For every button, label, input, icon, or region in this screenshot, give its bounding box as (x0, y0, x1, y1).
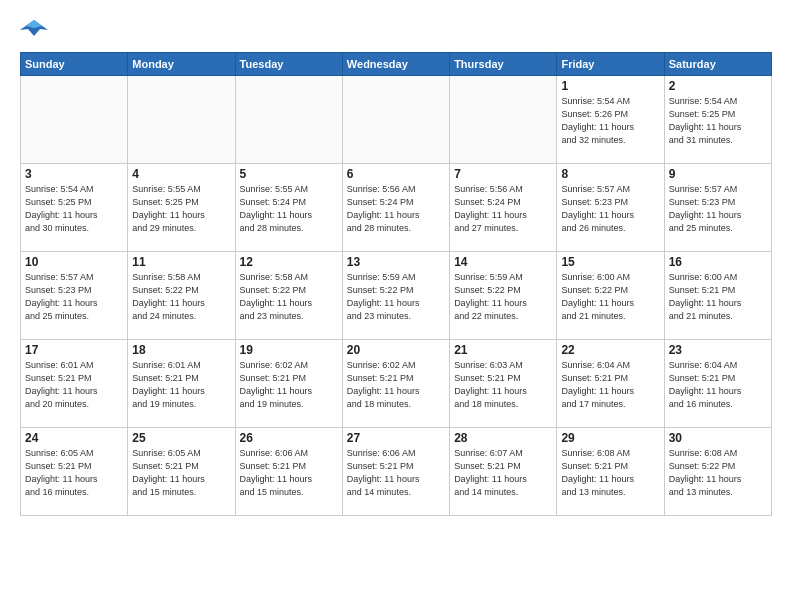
day-info: Sunrise: 6:08 AM Sunset: 5:21 PM Dayligh… (561, 447, 659, 499)
calendar-cell: 6Sunrise: 5:56 AM Sunset: 5:24 PM Daylig… (342, 164, 449, 252)
calendar-cell: 24Sunrise: 6:05 AM Sunset: 5:21 PM Dayli… (21, 428, 128, 516)
header-day-monday: Monday (128, 53, 235, 76)
header-day-friday: Friday (557, 53, 664, 76)
day-info: Sunrise: 6:06 AM Sunset: 5:21 PM Dayligh… (240, 447, 338, 499)
calendar-cell: 15Sunrise: 6:00 AM Sunset: 5:22 PM Dayli… (557, 252, 664, 340)
day-info: Sunrise: 5:56 AM Sunset: 5:24 PM Dayligh… (454, 183, 552, 235)
calendar-cell: 1Sunrise: 5:54 AM Sunset: 5:26 PM Daylig… (557, 76, 664, 164)
header (20, 16, 772, 40)
day-info: Sunrise: 5:59 AM Sunset: 5:22 PM Dayligh… (347, 271, 445, 323)
day-info: Sunrise: 6:00 AM Sunset: 5:22 PM Dayligh… (561, 271, 659, 323)
day-number: 24 (25, 431, 123, 445)
calendar-cell: 27Sunrise: 6:06 AM Sunset: 5:21 PM Dayli… (342, 428, 449, 516)
calendar-cell: 23Sunrise: 6:04 AM Sunset: 5:21 PM Dayli… (664, 340, 771, 428)
day-number: 5 (240, 167, 338, 181)
day-info: Sunrise: 6:07 AM Sunset: 5:21 PM Dayligh… (454, 447, 552, 499)
day-info: Sunrise: 5:57 AM Sunset: 5:23 PM Dayligh… (25, 271, 123, 323)
calendar-cell (235, 76, 342, 164)
day-info: Sunrise: 6:01 AM Sunset: 5:21 PM Dayligh… (25, 359, 123, 411)
calendar-cell: 12Sunrise: 5:58 AM Sunset: 5:22 PM Dayli… (235, 252, 342, 340)
calendar-cell: 10Sunrise: 5:57 AM Sunset: 5:23 PM Dayli… (21, 252, 128, 340)
day-number: 29 (561, 431, 659, 445)
calendar-week-4: 24Sunrise: 6:05 AM Sunset: 5:21 PM Dayli… (21, 428, 772, 516)
day-number: 21 (454, 343, 552, 357)
calendar-cell: 22Sunrise: 6:04 AM Sunset: 5:21 PM Dayli… (557, 340, 664, 428)
day-number: 3 (25, 167, 123, 181)
day-info: Sunrise: 6:04 AM Sunset: 5:21 PM Dayligh… (669, 359, 767, 411)
calendar-cell: 19Sunrise: 6:02 AM Sunset: 5:21 PM Dayli… (235, 340, 342, 428)
day-number: 11 (132, 255, 230, 269)
header-day-thursday: Thursday (450, 53, 557, 76)
day-info: Sunrise: 6:02 AM Sunset: 5:21 PM Dayligh… (240, 359, 338, 411)
header-day-wednesday: Wednesday (342, 53, 449, 76)
calendar-cell: 26Sunrise: 6:06 AM Sunset: 5:21 PM Dayli… (235, 428, 342, 516)
day-info: Sunrise: 5:54 AM Sunset: 5:26 PM Dayligh… (561, 95, 659, 147)
day-number: 10 (25, 255, 123, 269)
day-info: Sunrise: 6:03 AM Sunset: 5:21 PM Dayligh… (454, 359, 552, 411)
day-number: 15 (561, 255, 659, 269)
calendar-cell: 8Sunrise: 5:57 AM Sunset: 5:23 PM Daylig… (557, 164, 664, 252)
day-info: Sunrise: 6:00 AM Sunset: 5:21 PM Dayligh… (669, 271, 767, 323)
day-info: Sunrise: 6:08 AM Sunset: 5:22 PM Dayligh… (669, 447, 767, 499)
calendar-cell (128, 76, 235, 164)
calendar-week-2: 10Sunrise: 5:57 AM Sunset: 5:23 PM Dayli… (21, 252, 772, 340)
calendar-cell: 4Sunrise: 5:55 AM Sunset: 5:25 PM Daylig… (128, 164, 235, 252)
calendar-cell: 18Sunrise: 6:01 AM Sunset: 5:21 PM Dayli… (128, 340, 235, 428)
page: SundayMondayTuesdayWednesdayThursdayFrid… (0, 0, 792, 612)
day-info: Sunrise: 5:55 AM Sunset: 5:25 PM Dayligh… (132, 183, 230, 235)
calendar-cell (342, 76, 449, 164)
day-info: Sunrise: 5:54 AM Sunset: 5:25 PM Dayligh… (25, 183, 123, 235)
day-number: 12 (240, 255, 338, 269)
calendar-cell: 29Sunrise: 6:08 AM Sunset: 5:21 PM Dayli… (557, 428, 664, 516)
calendar-cell: 5Sunrise: 5:55 AM Sunset: 5:24 PM Daylig… (235, 164, 342, 252)
calendar-cell: 9Sunrise: 5:57 AM Sunset: 5:23 PM Daylig… (664, 164, 771, 252)
day-info: Sunrise: 5:54 AM Sunset: 5:25 PM Dayligh… (669, 95, 767, 147)
calendar-cell: 30Sunrise: 6:08 AM Sunset: 5:22 PM Dayli… (664, 428, 771, 516)
calendar-cell: 13Sunrise: 5:59 AM Sunset: 5:22 PM Dayli… (342, 252, 449, 340)
logo-bird-icon (20, 16, 48, 40)
calendar-week-1: 3Sunrise: 5:54 AM Sunset: 5:25 PM Daylig… (21, 164, 772, 252)
day-number: 9 (669, 167, 767, 181)
day-info: Sunrise: 5:57 AM Sunset: 5:23 PM Dayligh… (669, 183, 767, 235)
calendar-cell: 17Sunrise: 6:01 AM Sunset: 5:21 PM Dayli… (21, 340, 128, 428)
day-number: 25 (132, 431, 230, 445)
calendar-table: SundayMondayTuesdayWednesdayThursdayFrid… (20, 52, 772, 516)
day-number: 26 (240, 431, 338, 445)
day-info: Sunrise: 5:59 AM Sunset: 5:22 PM Dayligh… (454, 271, 552, 323)
day-info: Sunrise: 6:01 AM Sunset: 5:21 PM Dayligh… (132, 359, 230, 411)
day-info: Sunrise: 5:58 AM Sunset: 5:22 PM Dayligh… (132, 271, 230, 323)
day-number: 18 (132, 343, 230, 357)
day-number: 4 (132, 167, 230, 181)
day-number: 6 (347, 167, 445, 181)
calendar-cell: 3Sunrise: 5:54 AM Sunset: 5:25 PM Daylig… (21, 164, 128, 252)
day-info: Sunrise: 6:04 AM Sunset: 5:21 PM Dayligh… (561, 359, 659, 411)
day-number: 14 (454, 255, 552, 269)
calendar-cell: 14Sunrise: 5:59 AM Sunset: 5:22 PM Dayli… (450, 252, 557, 340)
day-info: Sunrise: 6:06 AM Sunset: 5:21 PM Dayligh… (347, 447, 445, 499)
day-info: Sunrise: 5:56 AM Sunset: 5:24 PM Dayligh… (347, 183, 445, 235)
header-day-saturday: Saturday (664, 53, 771, 76)
calendar-header-row: SundayMondayTuesdayWednesdayThursdayFrid… (21, 53, 772, 76)
day-number: 22 (561, 343, 659, 357)
calendar-cell: 11Sunrise: 5:58 AM Sunset: 5:22 PM Dayli… (128, 252, 235, 340)
day-info: Sunrise: 6:05 AM Sunset: 5:21 PM Dayligh… (25, 447, 123, 499)
calendar-cell: 25Sunrise: 6:05 AM Sunset: 5:21 PM Dayli… (128, 428, 235, 516)
day-number: 8 (561, 167, 659, 181)
day-info: Sunrise: 5:57 AM Sunset: 5:23 PM Dayligh… (561, 183, 659, 235)
day-info: Sunrise: 6:02 AM Sunset: 5:21 PM Dayligh… (347, 359, 445, 411)
day-number: 16 (669, 255, 767, 269)
day-number: 20 (347, 343, 445, 357)
calendar-cell (21, 76, 128, 164)
day-number: 13 (347, 255, 445, 269)
calendar-week-3: 17Sunrise: 6:01 AM Sunset: 5:21 PM Dayli… (21, 340, 772, 428)
day-number: 19 (240, 343, 338, 357)
calendar-cell: 16Sunrise: 6:00 AM Sunset: 5:21 PM Dayli… (664, 252, 771, 340)
day-info: Sunrise: 5:55 AM Sunset: 5:24 PM Dayligh… (240, 183, 338, 235)
header-day-sunday: Sunday (21, 53, 128, 76)
day-number: 28 (454, 431, 552, 445)
day-number: 23 (669, 343, 767, 357)
day-number: 2 (669, 79, 767, 93)
day-number: 7 (454, 167, 552, 181)
calendar-week-0: 1Sunrise: 5:54 AM Sunset: 5:26 PM Daylig… (21, 76, 772, 164)
day-info: Sunrise: 6:05 AM Sunset: 5:21 PM Dayligh… (132, 447, 230, 499)
